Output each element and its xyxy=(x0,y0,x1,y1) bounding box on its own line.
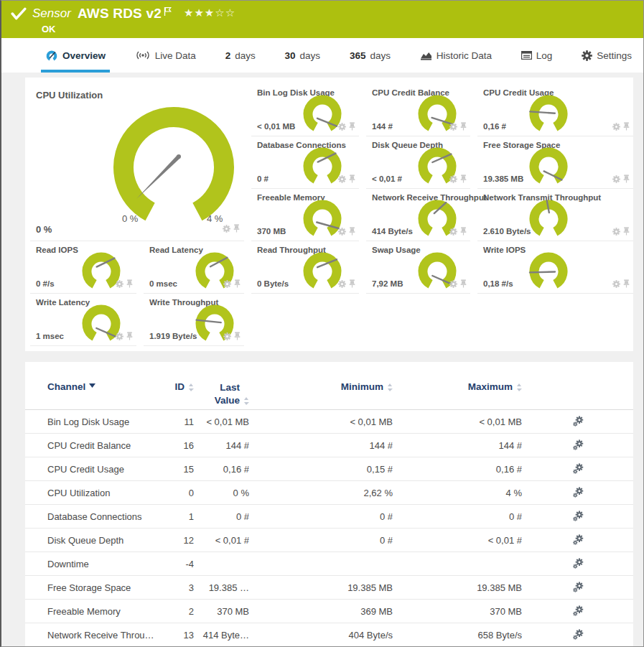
column-header-channel[interactable]: Channel xyxy=(47,381,170,392)
gauge-cell-free-storage-space[interactable]: Free Storage Space19.385 MB xyxy=(477,136,633,189)
gauge-settings-gear-icon[interactable] xyxy=(223,223,230,236)
channel-settings-icon[interactable] xyxy=(572,605,584,617)
column-header-id[interactable]: ID xyxy=(170,381,194,392)
gauge-settings-gear-icon[interactable] xyxy=(449,121,457,134)
gauge-pin-icon[interactable] xyxy=(349,173,355,186)
gauge-settings-gear-icon[interactable] xyxy=(612,173,620,186)
priority-star-rating[interactable]: ★★★☆☆ xyxy=(184,6,235,19)
gauge-pin-icon[interactable] xyxy=(126,330,133,343)
gauge-value: 0,16 # xyxy=(483,122,506,131)
channel-settings-icon[interactable] xyxy=(572,439,584,451)
channel-settings-icon[interactable] xyxy=(572,629,584,641)
gauge-pin-icon[interactable] xyxy=(126,278,133,291)
channel-settings-icon[interactable] xyxy=(572,511,584,522)
column-header-last[interactable]: Last Value xyxy=(194,381,249,406)
gauge-cell-cpu-credit-usage[interactable]: CPU Credit Usage0,16 # xyxy=(477,84,633,136)
gauge-settings-gear-icon[interactable] xyxy=(338,278,346,291)
gauge-settings-gear-icon[interactable] xyxy=(612,225,620,238)
channel-settings-icon[interactable] xyxy=(572,416,584,427)
tab-overview[interactable]: Overview xyxy=(41,38,110,73)
gauge-settings-gear-icon[interactable] xyxy=(116,330,123,343)
gauge-cell-read-iops[interactable]: Read IOPS0 #/s xyxy=(30,241,136,294)
gauges-panel: CPU Utilization0 %4 %0 %Bin Log Disk Usa… xyxy=(25,78,633,351)
gauge-settings-gear-icon[interactable] xyxy=(338,121,346,134)
gauge-pin-icon[interactable] xyxy=(234,278,241,291)
gauge-cell-read-throughput[interactable]: Read Throughput0 Byte/s xyxy=(251,241,359,294)
channel-settings-icon[interactable] xyxy=(572,558,584,569)
channel-id: 0 xyxy=(170,488,194,498)
flag-icon[interactable] xyxy=(164,6,172,17)
gauge-settings-gear-icon[interactable] xyxy=(612,121,620,134)
gauge-cell-read-latency[interactable]: Read Latency0 msec xyxy=(144,241,244,294)
channel-name[interactable]: CPU Credit Usage xyxy=(47,464,170,475)
column-header-max[interactable]: Maximum xyxy=(393,381,522,392)
channel-minimum: < 0,01 MB xyxy=(249,416,393,427)
channel-name[interactable]: Disk Queue Depth xyxy=(47,535,170,546)
sensor-header: Sensor AWS RDS v2 ★★★☆☆ OK xyxy=(1,1,643,38)
gauge-cell-freeable-memory[interactable]: Freeable Memory370 MB xyxy=(251,189,359,241)
gauge-pin-icon[interactable] xyxy=(623,121,630,134)
gauge-pin-icon[interactable] xyxy=(349,121,355,134)
gauge-pin-icon[interactable] xyxy=(349,278,355,291)
gauge-cell-write-throughput[interactable]: Write Throughput1.919 Byte/s xyxy=(144,294,244,346)
gauge-settings-gear-icon[interactable] xyxy=(338,173,346,186)
column-header-min[interactable]: Minimum xyxy=(249,381,393,392)
gauge-pin-icon[interactable] xyxy=(234,330,241,343)
channel-name[interactable]: Downtime xyxy=(47,559,170,569)
channel-name[interactable]: Free Storage Space xyxy=(47,582,170,593)
gauge-cell-network-transmit-throughput[interactable]: Network Transmit Throughput2.610 Byte/s xyxy=(477,189,633,241)
gauge-cell-cpu-utilization[interactable]: CPU Utilization0 %4 %0 % xyxy=(30,84,244,241)
gauge-value: 0 msec xyxy=(149,279,177,288)
tab-historic-data[interactable]: Historic Data xyxy=(416,38,496,73)
gauge-settings-gear-icon[interactable] xyxy=(116,278,123,291)
channel-maximum: < 0,01 MB xyxy=(393,416,522,427)
channel-minimum: 0 # xyxy=(249,511,393,522)
tab-settings[interactable]: Settings xyxy=(577,38,636,73)
tab-2-days[interactable]: 2days xyxy=(221,38,260,73)
channel-name[interactable]: CPU Credit Balance xyxy=(47,440,170,451)
channel-name[interactable]: Database Connections xyxy=(47,511,170,522)
channel-maximum: 144 # xyxy=(393,440,522,451)
gauge-pin-icon[interactable] xyxy=(623,225,630,238)
tab-365-days[interactable]: 365days xyxy=(345,38,395,73)
gauge-cell-network-receive-throughput[interactable]: Network Receive Throughput414 Byte/s xyxy=(366,189,470,241)
gauge-cell-write-iops[interactable]: Write IOPS0,18 #/s xyxy=(477,241,633,294)
channel-settings-icon[interactable] xyxy=(572,534,584,546)
channel-settings-icon[interactable] xyxy=(572,463,584,475)
channel-name[interactable]: Bin Log Disk Usage xyxy=(47,416,170,427)
gauge-pin-icon[interactable] xyxy=(460,225,467,238)
channel-name[interactable]: Freeable Memory xyxy=(47,606,170,617)
channel-settings-icon[interactable] xyxy=(572,487,584,498)
gauge-settings-gear-icon[interactable] xyxy=(223,278,231,291)
gauge-cell-swap-usage[interactable]: Swap Usage7,92 MB xyxy=(366,241,470,294)
gauge-pin-icon[interactable] xyxy=(349,225,355,238)
tab-30-days[interactable]: 30days xyxy=(281,38,325,73)
gauge-cell-write-latency[interactable]: Write Latency1 msec xyxy=(30,294,136,346)
gauge-pin-icon[interactable] xyxy=(623,278,630,291)
gauge-pin-icon[interactable] xyxy=(460,173,467,186)
tab-live-data[interactable]: Live Data xyxy=(131,38,200,73)
gauge-cell-cpu-credit-balance[interactable]: CPU Credit Balance144 # xyxy=(366,84,470,136)
gauge-settings-gear-icon[interactable] xyxy=(612,278,620,291)
gauge-cell-disk-queue-depth[interactable]: Disk Queue Depth< 0,01 # xyxy=(366,136,470,189)
table-row: Free Storage Space319.385 …19.385 MB19.3… xyxy=(25,576,633,600)
gauge-dial xyxy=(526,248,571,292)
gauge-pin-icon[interactable] xyxy=(623,173,630,186)
gauge-settings-gear-icon[interactable] xyxy=(449,225,457,238)
gauge-settings-gear-icon[interactable] xyxy=(449,173,457,186)
gauge-settings-gear-icon[interactable] xyxy=(449,278,457,291)
channel-name[interactable]: CPU Utilization xyxy=(47,488,170,498)
gauge-settings-gear-icon[interactable] xyxy=(338,225,346,238)
gauge-settings-gear-icon[interactable] xyxy=(223,330,231,343)
column-label: Channel xyxy=(47,381,85,392)
gauge-pin-icon[interactable] xyxy=(460,121,467,134)
gauge-dial xyxy=(526,90,571,135)
gauge-pin-icon[interactable] xyxy=(233,223,240,236)
channel-name[interactable]: Network Receive Throu… xyxy=(47,630,170,641)
channel-id: 15 xyxy=(170,464,194,475)
channel-settings-icon[interactable] xyxy=(572,582,584,593)
gauge-cell-database-connections[interactable]: Database Connections0 # xyxy=(251,136,359,189)
gauge-pin-icon[interactable] xyxy=(460,278,467,291)
tab-log[interactable]: Log xyxy=(517,38,557,73)
gauge-cell-bin-log-disk-usage[interactable]: Bin Log Disk Usage< 0,01 MB xyxy=(251,84,359,136)
